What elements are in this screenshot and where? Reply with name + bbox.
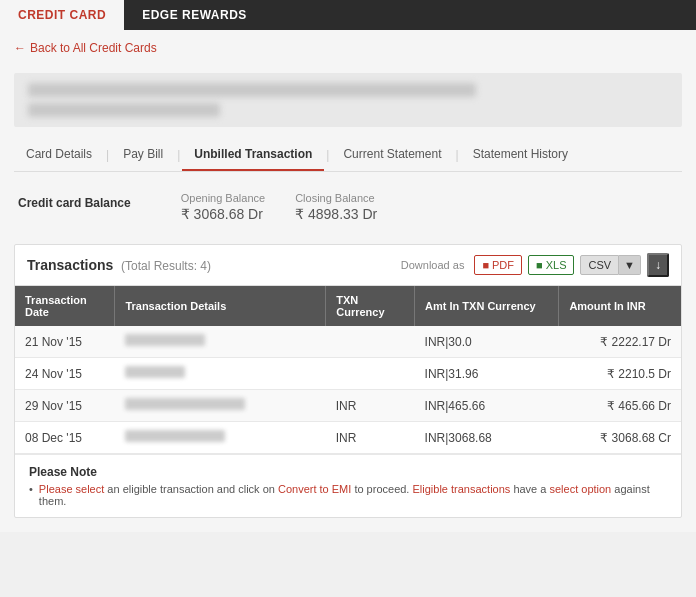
page-content: ← Back to All Credit Cards Card Details … [0,30,696,532]
cell-txn-amt: INR|465.66 [415,390,559,422]
card-number-blurred [28,83,476,97]
transactions-title: Transactions [27,257,113,273]
col-header-txn-amt: Amt In TXN Currency [415,286,559,326]
table-row: 24 Nov '15INR|31.96₹ 2210.5 Dr [15,358,681,390]
col-header-date: Transaction Date [15,286,115,326]
cell-details [115,358,326,390]
cell-currency [326,358,415,390]
select-link[interactable]: Please select [39,483,104,495]
tab-current-statement[interactable]: Current Statement [331,139,453,171]
cell-date: 08 Dec '15 [15,422,115,454]
xls-button[interactable]: ■ XLS [528,255,574,275]
transactions-header: Transactions (Total Results: 4) Download… [15,245,681,286]
nav-edge-rewards[interactable]: EDGE REWARDS [124,0,265,30]
closing-balance-title: Closing Balance [295,192,377,204]
download-label: Download as [401,259,465,271]
cell-details-blurred [125,334,205,346]
cell-inr-amt: ₹ 2210.5 Dr [559,358,681,390]
cell-details [115,422,326,454]
csv-button[interactable]: CSV [580,255,619,275]
tab-card-details[interactable]: Card Details [14,139,104,171]
cell-txn-amt: INR|30.0 [415,326,559,358]
cell-txn-amt: INR|3068.68 [415,422,559,454]
closing-balance-block: Closing Balance ₹ 4898.33 Dr [295,192,377,222]
xls-icon: ■ [536,259,543,271]
card-extra-blurred [28,103,220,117]
tab-sep-4: | [454,148,461,162]
table-row: 08 Dec '15INRINR|3068.68₹ 3068.68 Cr [15,422,681,454]
pdf-label: PDF [492,259,514,271]
table-row: 21 Nov '15INR|30.0₹ 2222.17 Dr [15,326,681,358]
tab-pay-bill[interactable]: Pay Bill [111,139,175,171]
download-arrow-icon: ↓ [655,258,661,272]
please-note-text: • Please select an eligible transaction … [29,483,667,507]
opening-balance-value: ₹ 3068.68 Dr [181,206,265,222]
download-area: Download as ■ PDF ■ XLS CSV ▼ ↓ [401,253,669,277]
transactions-section: Transactions (Total Results: 4) Download… [14,244,682,518]
col-header-details: Transaction Details [115,286,326,326]
cell-details [115,326,326,358]
tab-sep-3: | [324,148,331,162]
transactions-title-area: Transactions (Total Results: 4) [27,257,211,273]
please-note-title: Please Note [29,465,667,479]
tab-sep-2: | [175,148,182,162]
please-note-content: Please select an eligible transaction an… [39,483,667,507]
cell-inr-amt: ₹ 465.66 Dr [559,390,681,422]
transactions-table: Transaction Date Transaction Details TXN… [15,286,681,454]
closing-balance-value: ₹ 4898.33 Dr [295,206,377,222]
cell-inr-amt: ₹ 2222.17 Dr [559,326,681,358]
tab-bar: Card Details | Pay Bill | Unbilled Trans… [14,139,682,172]
nav-credit-card[interactable]: CREDIT CARD [0,0,124,30]
col-header-inr: Amount In INR [559,286,681,326]
pdf-icon: ■ [482,259,489,271]
cell-details-blurred [125,398,245,410]
csv-caret-button[interactable]: ▼ [619,255,641,275]
card-info-blurred [14,73,682,127]
cell-details-blurred [125,430,225,442]
pdf-button[interactable]: ■ PDF [474,255,522,275]
bullet-icon: • [29,483,33,495]
xls-label: XLS [546,259,567,271]
transactions-count: (Total Results: 4) [121,259,211,273]
back-link-text: Back to All Credit Cards [30,41,157,55]
eligible-link[interactable]: Eligible transactions [412,483,510,495]
cell-currency: INR [326,390,415,422]
cell-date: 21 Nov '15 [15,326,115,358]
cell-inr-amt: ₹ 3068.68 Cr [559,422,681,454]
cell-details [115,390,326,422]
col-header-currency: TXN Currency [326,286,415,326]
cell-txn-amt: INR|31.96 [415,358,559,390]
cell-currency [326,326,415,358]
tab-unbilled[interactable]: Unbilled Transaction [182,139,324,171]
select-option-link[interactable]: select option [549,483,611,495]
balance-label: Credit card Balance [18,196,131,210]
opening-balance-title: Opening Balance [181,192,265,204]
table-row: 29 Nov '15INRINR|465.66₹ 465.66 Dr [15,390,681,422]
cell-currency: INR [326,422,415,454]
opening-balance-block: Opening Balance ₹ 3068.68 Dr [181,192,265,222]
tab-sep-1: | [104,148,111,162]
back-link[interactable]: ← Back to All Credit Cards [14,41,157,55]
download-icon-button[interactable]: ↓ [647,253,669,277]
cell-date: 24 Nov '15 [15,358,115,390]
convert-emi-link[interactable]: Convert to EMI [278,483,351,495]
please-note-section: Please Note • Please select an eligible … [15,454,681,517]
cell-details-blurred [125,366,185,378]
back-arrow-icon: ← [14,41,26,55]
balance-section: Credit card Balance Opening Balance ₹ 30… [14,184,682,230]
table-header-row: Transaction Date Transaction Details TXN… [15,286,681,326]
top-nav: CREDIT CARD EDGE REWARDS [0,0,696,30]
tab-statement-history[interactable]: Statement History [461,139,580,171]
cell-date: 29 Nov '15 [15,390,115,422]
